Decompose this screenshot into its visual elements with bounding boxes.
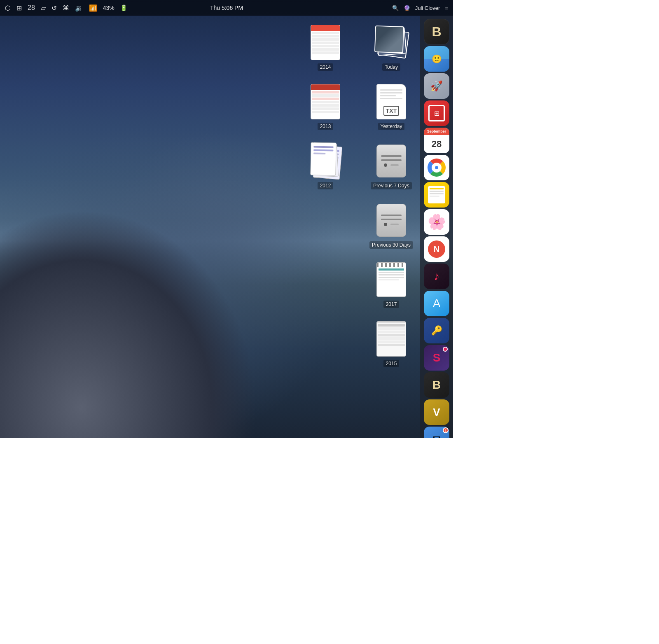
dock-icon-music[interactable]: ♪ bbox=[424, 264, 449, 289]
volume-icon[interactable]: 🔉 bbox=[75, 4, 83, 12]
siri-icon[interactable]: 🔮 bbox=[404, 5, 410, 11]
dock-icon-notes[interactable] bbox=[424, 182, 449, 208]
bluetooth-icon[interactable]: ⌘ bbox=[63, 4, 69, 12]
battery-icon: 🔋 bbox=[120, 5, 127, 11]
icon-image-2015 bbox=[373, 320, 410, 357]
icon-label-prev7: Previous 7 Days bbox=[371, 182, 411, 189]
menubar-right: 🔍 🔮 Juli Clover ≡ bbox=[392, 5, 448, 11]
icon-label-2014: 2014 bbox=[318, 63, 334, 71]
menu-icon[interactable]: ≡ bbox=[445, 5, 448, 11]
desktop-icon-2012[interactable]: 2012 bbox=[305, 142, 346, 189]
icon-grid: 2014 Today bbox=[297, 16, 420, 376]
desktop-icon-yesterday[interactable]: TXT Yesterday bbox=[371, 83, 412, 130]
icon-label-today: Today bbox=[382, 63, 400, 71]
dock: B 🙂 🚀 ⊞ September 28 🌸 bbox=[420, 16, 453, 438]
icon-image-today bbox=[373, 24, 410, 61]
desktop-icon-prev7[interactable]: Previous 7 Days bbox=[371, 142, 412, 189]
icon-image-2012 bbox=[307, 142, 344, 180]
dock-icon-bear2[interactable]: B bbox=[424, 372, 449, 398]
desktop-icon-prev30[interactable]: Previous 30 Days bbox=[371, 202, 412, 249]
menubar-clock: Thu 5:06 PM bbox=[210, 5, 243, 11]
desktop-icon-today[interactable]: Today bbox=[371, 24, 412, 71]
dock-icon-news[interactable]: N bbox=[424, 236, 449, 262]
dock-icon-bear[interactable]: B bbox=[424, 19, 449, 44]
icon-image-prev7 bbox=[373, 142, 410, 180]
battery-percent: 43% bbox=[103, 5, 115, 11]
screenium-icon[interactable]: ⊞ bbox=[16, 4, 22, 12]
dock-icon-screenium[interactable]: ⊞ bbox=[424, 100, 449, 126]
dock-icon-calendar[interactable]: September 28 bbox=[424, 128, 449, 153]
dock-icon-appstore[interactable]: A bbox=[424, 291, 449, 316]
dock-icon-slack[interactable]: S bbox=[424, 345, 449, 371]
dock-icon-chrome[interactable] bbox=[424, 155, 449, 180]
timemachine-icon[interactable]: ↺ bbox=[51, 4, 57, 12]
desktop-icon-2013[interactable]: 2013 bbox=[305, 83, 346, 130]
icon-image-2017 bbox=[373, 261, 410, 298]
calendar-menubar-icon[interactable]: 28 bbox=[28, 4, 35, 12]
icon-image-yesterday: TXT bbox=[373, 83, 410, 120]
menubar-left: ⬡ ⊞ 28 ▱ ↺ ⌘ 🔉 📶 43% 🔋 bbox=[5, 4, 127, 12]
dock-icon-1password[interactable]: 🔑 bbox=[424, 318, 449, 343]
desktop-icon-2014[interactable]: 2014 bbox=[305, 24, 346, 71]
desktop-icon-2017[interactable]: 2017 bbox=[371, 261, 412, 308]
search-icon[interactable]: 🔍 bbox=[392, 5, 399, 11]
dock-icon-finder[interactable]: 🙂 bbox=[424, 46, 449, 72]
dock-icon-launchpad[interactable]: 🚀 bbox=[424, 73, 449, 99]
menubar: ⬡ ⊞ 28 ▱ ↺ ⌘ 🔉 📶 43% 🔋 Thu 5:06 PM 🔍 🔮 J… bbox=[0, 0, 453, 16]
icon-label-2013: 2013 bbox=[318, 123, 334, 130]
icon-image-2014 bbox=[307, 24, 344, 61]
airplay-icon[interactable]: ▱ bbox=[41, 4, 46, 12]
desktop-icons-area: 2014 Today bbox=[0, 16, 420, 438]
dropbox-icon[interactable]: ⬡ bbox=[5, 4, 11, 12]
dock-icon-vectorize[interactable]: V bbox=[424, 399, 449, 425]
dock-icon-mailplane[interactable]: ✉ 1 bbox=[424, 427, 449, 438]
icon-image-prev30 bbox=[373, 202, 410, 239]
icon-label-prev30: Previous 30 Days bbox=[369, 241, 413, 249]
icon-label-2015: 2015 bbox=[383, 360, 400, 367]
wifi-icon[interactable]: 📶 bbox=[89, 4, 97, 12]
user-name[interactable]: Juli Clover bbox=[415, 5, 440, 11]
desktop-icon-2015[interactable]: 2015 bbox=[371, 320, 412, 367]
icon-label-2017: 2017 bbox=[383, 301, 400, 308]
dock-icon-photos[interactable]: 🌸 bbox=[424, 209, 449, 235]
icon-label-2012: 2012 bbox=[318, 182, 334, 189]
icon-image-2013 bbox=[307, 83, 344, 120]
icon-label-yesterday: Yesterday bbox=[378, 123, 405, 130]
